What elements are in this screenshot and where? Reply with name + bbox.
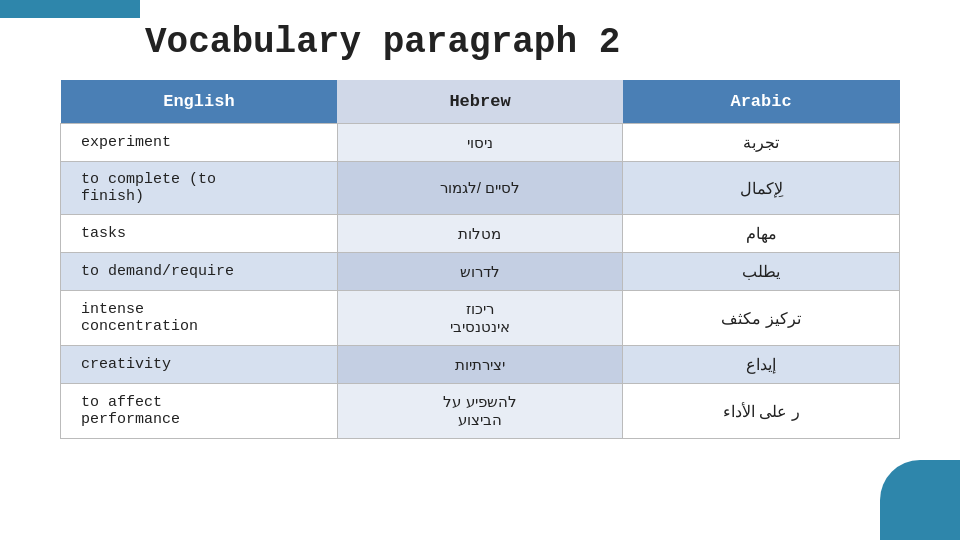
cell-arabic: يطلب (623, 253, 900, 291)
cell-english: experiment (61, 124, 338, 162)
header-arabic: Arabic (623, 80, 900, 124)
cell-hebrew: ניסוי (337, 124, 622, 162)
cell-hebrew: ריכוז אינטנסיבי (337, 291, 622, 346)
cell-english: to complete (to finish) (61, 162, 338, 215)
cell-arabic: لِإكمال (623, 162, 900, 215)
cell-english: creativity (61, 346, 338, 384)
table-row: experimentניסויتجربة (61, 124, 900, 162)
deco-bar-top (0, 0, 140, 18)
vocabulary-table-container: English Hebrew Arabic experimentניסויتجر… (60, 80, 900, 439)
cell-hebrew: לסיים /לגמור (337, 162, 622, 215)
table-row: to affect performanceלהשפיע על הביצועر ع… (61, 384, 900, 439)
cell-arabic: مهام (623, 215, 900, 253)
table-row: to complete (to finish)לסיים /לגמורلِإكم… (61, 162, 900, 215)
cell-english: to affect performance (61, 384, 338, 439)
deco-bar-bottom (880, 460, 960, 540)
cell-arabic: تركيز مكثف (623, 291, 900, 346)
cell-english: tasks (61, 215, 338, 253)
cell-english: intense concentration (61, 291, 338, 346)
vocabulary-table: English Hebrew Arabic experimentניסויتجر… (60, 80, 900, 439)
cell-arabic: إيداع (623, 346, 900, 384)
cell-hebrew: להשפיע על הביצוע (337, 384, 622, 439)
cell-hebrew: לדרוש (337, 253, 622, 291)
cell-hebrew: מטלות (337, 215, 622, 253)
cell-english: to demand/require (61, 253, 338, 291)
header-hebrew: Hebrew (337, 80, 622, 124)
cell-arabic: تجربة (623, 124, 900, 162)
table-row: intense concentrationריכוז אינטנסיביتركي… (61, 291, 900, 346)
table-row: tasksמטלותمهام (61, 215, 900, 253)
table-row: to demand/requireלדרושيطلب (61, 253, 900, 291)
table-row: creativityיצירתיותإيداع (61, 346, 900, 384)
cell-hebrew: יצירתיות (337, 346, 622, 384)
page-title: Vocabulary paragraph 2 (145, 22, 620, 63)
header-english: English (61, 80, 338, 124)
cell-arabic: ر على الأداء (623, 384, 900, 439)
table-header-row: English Hebrew Arabic (61, 80, 900, 124)
